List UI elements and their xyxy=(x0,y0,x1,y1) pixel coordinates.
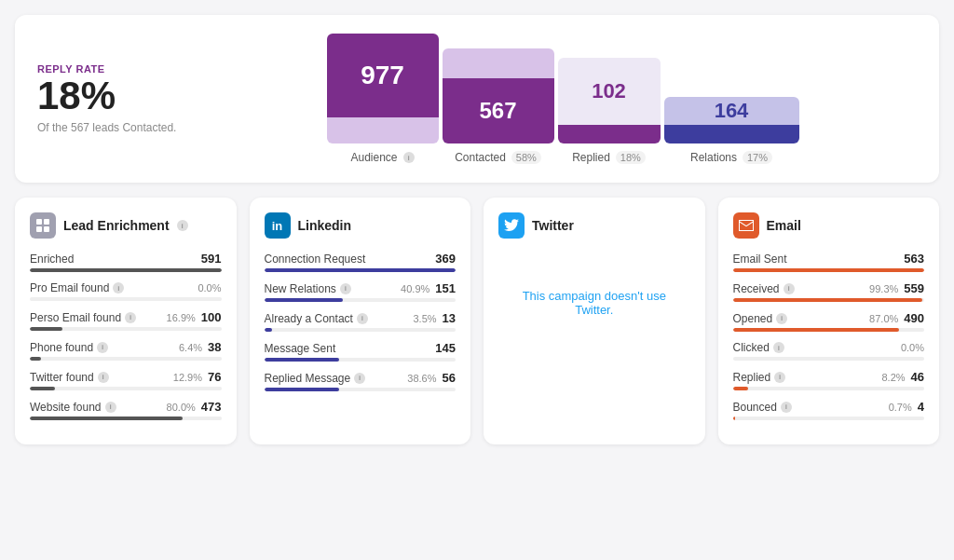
email-replied-label: Replied i xyxy=(733,371,786,384)
pro-email-label: Pro Email found i xyxy=(30,281,124,294)
svg-rect-3 xyxy=(44,226,49,232)
perso-email-pct: 16.9% xyxy=(167,312,196,323)
website-label: Website found i xyxy=(30,401,116,414)
email-header: Email xyxy=(733,212,925,239)
reply-rate-value: 18% xyxy=(37,75,186,117)
already-contact-label: Already a Contact i xyxy=(265,312,368,325)
twitter-empty-message: This campaign doesn't use Twitter. xyxy=(498,252,690,354)
email-replied-count: 46 xyxy=(911,370,924,384)
bar-charts-area: 977 Audience i 567 Contacted 58% xyxy=(209,34,917,164)
connection-request-label: Connection Request xyxy=(265,253,366,266)
message-sent-label: Message Sent xyxy=(265,342,336,355)
twitter-found-label: Twitter found i xyxy=(30,371,109,384)
email-replied-info[interactable]: i xyxy=(774,372,785,383)
message-sent-row: Message Sent 145 xyxy=(265,341,457,362)
reply-rate-section: REPLY RATE 18% Of the 567 leads Contacte… xyxy=(37,63,186,134)
received-pct: 99.3% xyxy=(869,283,898,294)
twitter-card: Twitter This campaign doesn't use Twitte… xyxy=(484,198,705,444)
received-row: Received i 99.3% 559 xyxy=(733,281,925,302)
contacted-label: Contacted xyxy=(455,151,506,164)
audience-info-icon[interactable]: i xyxy=(403,152,415,163)
pro-email-row: Pro Email found i 0.0% xyxy=(30,281,222,301)
linkedin-title: Linkedin xyxy=(298,218,352,233)
replied-message-info[interactable]: i xyxy=(354,373,365,384)
bottom-stats-grid: Lead Enrichment i Enriched 591 Pro Email… xyxy=(15,198,939,444)
website-pct: 80.0% xyxy=(167,402,196,413)
twitter-found-info[interactable]: i xyxy=(98,372,109,383)
enriched-label: Enriched xyxy=(30,253,74,266)
website-info[interactable]: i xyxy=(105,402,116,413)
email-sent-label: Email Sent xyxy=(733,253,787,266)
relations-col: 164 Relations 17% xyxy=(664,97,799,164)
bounced-count: 4 xyxy=(918,400,924,414)
already-contact-info[interactable]: i xyxy=(357,313,368,324)
clicked-pct: 0.0% xyxy=(901,342,924,353)
new-relations-label: New Relations i xyxy=(265,282,351,295)
email-card: Email Email Sent 563 Received i 99.3% 55… xyxy=(718,198,940,444)
relations-value: 164 xyxy=(715,99,749,123)
phone-pct: 6.4% xyxy=(179,342,202,353)
enrichment-header: Lead Enrichment i xyxy=(30,212,222,239)
linkedin-icon: in xyxy=(265,212,291,239)
enrichment-card: Lead Enrichment i Enriched 591 Pro Email… xyxy=(15,198,237,444)
perso-email-info[interactable]: i xyxy=(125,312,136,323)
replied-col: 102 Replied 18% xyxy=(558,58,661,164)
replied-message-row: Replied Message i 38.6% 56 xyxy=(265,371,457,391)
svg-rect-0 xyxy=(36,219,42,225)
twitter-found-row: Twitter found i 12.9% 76 xyxy=(30,370,222,390)
opened-info[interactable]: i xyxy=(776,313,787,324)
svg-rect-1 xyxy=(44,219,49,225)
new-relations-info[interactable]: i xyxy=(340,283,351,294)
website-count: 473 xyxy=(201,400,222,414)
opened-pct: 87.0% xyxy=(869,313,898,324)
replied-message-count: 56 xyxy=(443,371,456,385)
linkedin-header: in Linkedin xyxy=(265,212,457,239)
enrichment-title: Lead Enrichment xyxy=(63,218,170,233)
pro-email-pct: 0.0% xyxy=(198,282,221,294)
pro-email-info[interactable]: i xyxy=(113,282,124,294)
relations-label: Relations xyxy=(690,151,737,164)
twitter-icon xyxy=(498,212,525,239)
audience-label: Audience xyxy=(350,151,397,164)
already-contact-row: Already a Contact i 3.5% 13 xyxy=(265,311,457,332)
email-replied-row: Replied i 8.2% 46 xyxy=(733,370,925,390)
opened-row: Opened i 87.0% 490 xyxy=(733,311,925,332)
replied-label: Replied xyxy=(572,151,610,164)
received-info[interactable]: i xyxy=(784,283,795,294)
message-sent-count: 145 xyxy=(435,341,456,355)
new-relations-count: 151 xyxy=(435,281,456,295)
contacted-pct: 58% xyxy=(511,151,541,164)
twitter-found-count: 76 xyxy=(208,370,221,384)
email-sent-count: 563 xyxy=(904,252,924,266)
email-sent-row: Email Sent 563 xyxy=(733,252,925,272)
connection-request-row: Connection Request 369 xyxy=(265,252,457,272)
enrichment-icon xyxy=(30,212,56,239)
replied-message-pct: 38.6% xyxy=(407,373,436,384)
bounced-info[interactable]: i xyxy=(781,402,792,413)
reply-rate-sub: Of the 567 leads Contacted. xyxy=(37,121,186,134)
enrichment-info-icon[interactable]: i xyxy=(177,220,188,231)
linkedin-card: in Linkedin Connection Request 369 New R… xyxy=(250,198,471,444)
clicked-info[interactable]: i xyxy=(773,342,784,353)
already-contact-pct: 3.5% xyxy=(413,313,436,324)
email-replied-pct: 8.2% xyxy=(881,372,905,383)
perso-email-label: Perso Email found i xyxy=(30,311,136,324)
email-title: Email xyxy=(767,218,801,233)
new-relations-pct: 40.9% xyxy=(401,283,429,294)
phone-count: 38 xyxy=(208,340,221,354)
phone-info[interactable]: i xyxy=(97,342,108,353)
replied-message-label: Replied Message i xyxy=(265,372,366,385)
enriched-row: Enriched 591 xyxy=(30,252,222,272)
audience-top-value: 977 xyxy=(361,61,404,90)
already-contact-count: 13 xyxy=(443,311,456,325)
replied-pct: 18% xyxy=(616,151,646,164)
contacted-col: 567 Contacted 58% xyxy=(443,48,554,164)
opened-label: Opened i xyxy=(733,312,788,325)
twitter-found-pct: 12.9% xyxy=(173,372,202,383)
enriched-count: 591 xyxy=(201,252,222,266)
bounced-row: Bounced i 0.7% 4 xyxy=(733,400,925,420)
relations-pct: 17% xyxy=(743,151,772,164)
phone-row: Phone found i 6.4% 38 xyxy=(30,340,222,361)
perso-email-row: Perso Email found i 16.9% 100 xyxy=(30,310,222,331)
relations-label-row: Relations 17% xyxy=(690,151,772,164)
